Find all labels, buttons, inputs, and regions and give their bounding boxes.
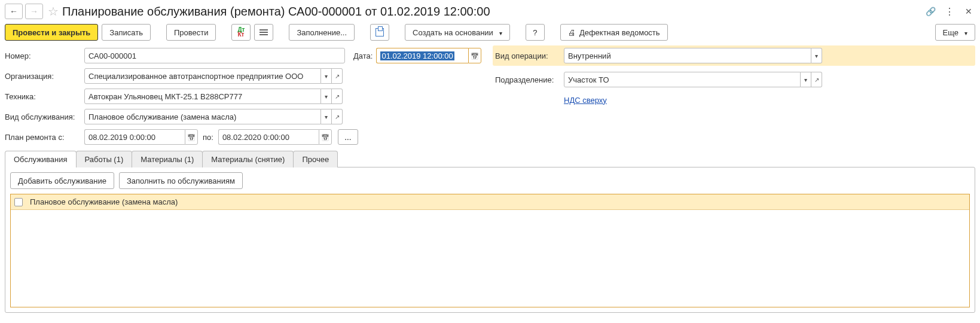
calendar-icon bbox=[471, 51, 479, 60]
service-type-dropdown-button[interactable] bbox=[321, 109, 332, 124]
org-label: Организация: bbox=[5, 72, 84, 81]
calendar-icon bbox=[187, 133, 196, 142]
date-label: Дата: bbox=[353, 51, 376, 60]
tab-service[interactable]: Обслуживания bbox=[5, 151, 77, 167]
post-and-close-button[interactable]: Провести и закрыть bbox=[5, 24, 98, 41]
add-service-button[interactable]: Добавить обслуживание bbox=[10, 172, 114, 189]
division-open-button[interactable] bbox=[811, 72, 822, 87]
plan-to-value: 08.02.2020 0:00:00 bbox=[222, 133, 289, 142]
org-value: Специализированное автотранспортное пред… bbox=[84, 68, 321, 84]
tech-label: Техника: bbox=[5, 92, 84, 101]
more-label: Еще bbox=[943, 28, 958, 37]
service-grid[interactable]: Плановое обслуживание (замена масла) bbox=[10, 194, 970, 307]
tab-works[interactable]: Работы (1) bbox=[76, 151, 133, 167]
more-button[interactable]: Еще bbox=[935, 24, 975, 41]
plan-to-label: по: bbox=[203, 133, 213, 142]
open-icon bbox=[814, 77, 819, 83]
org-combo[interactable]: Специализированное автотранспортное пред… bbox=[84, 68, 343, 84]
chevron-down-icon bbox=[815, 53, 818, 59]
close-button[interactable] bbox=[962, 5, 975, 18]
service-type-combo[interactable]: Плановое обслуживание (замена масла) bbox=[84, 109, 343, 124]
arrow-left-icon bbox=[10, 7, 18, 16]
plan-from-label: План ремонта с: bbox=[5, 133, 84, 142]
chevron-down-icon bbox=[325, 93, 328, 100]
date-value: 01.02.2019 12:00:00 bbox=[380, 51, 454, 60]
plan-from-field[interactable]: 08.02.2019 0:00:00 bbox=[84, 129, 198, 145]
row-checkbox[interactable] bbox=[14, 198, 23, 206]
print-icon bbox=[568, 28, 576, 37]
help-button[interactable]: ? bbox=[526, 24, 545, 41]
arrow-right-icon bbox=[30, 7, 38, 16]
tech-open-button[interactable] bbox=[332, 89, 343, 104]
number-input[interactable] bbox=[84, 48, 345, 63]
division-dropdown-button[interactable] bbox=[801, 72, 811, 87]
division-value: Участок ТО bbox=[564, 72, 801, 87]
list-icon bbox=[259, 28, 268, 36]
service-type-label: Вид обслуживания: bbox=[5, 112, 84, 121]
tab-toolbar: Добавить обслуживание Заполнить по обслу… bbox=[10, 172, 970, 189]
calendar-icon bbox=[321, 133, 329, 142]
open-icon bbox=[335, 114, 340, 120]
date-picker-button[interactable] bbox=[468, 48, 481, 63]
create-based-button[interactable]: Создать на основании bbox=[405, 24, 510, 41]
structure-icon bbox=[375, 28, 384, 36]
op-type-dropdown-button[interactable] bbox=[811, 48, 822, 63]
dtkt-button[interactable]: ДтКт bbox=[231, 24, 251, 41]
plan-from-picker-button[interactable] bbox=[185, 129, 198, 145]
defect-report-label: Дефектная ведомость bbox=[579, 28, 660, 37]
fill-menu-button[interactable]: Заполнение... bbox=[289, 24, 355, 41]
service-type-open-button[interactable] bbox=[332, 109, 343, 124]
tab-materials-rm[interactable]: Материалы (снятие) bbox=[202, 151, 294, 167]
org-dropdown-button[interactable] bbox=[321, 68, 332, 84]
op-type-combo[interactable]: Внутренний bbox=[564, 48, 822, 63]
chevron-down-icon bbox=[499, 28, 502, 37]
nav-forward-button[interactable] bbox=[25, 4, 43, 19]
open-icon bbox=[335, 73, 340, 80]
save-button[interactable]: Записать bbox=[102, 24, 151, 41]
plan-period-select-button[interactable]: ... bbox=[338, 129, 358, 145]
favorite-star-icon[interactable]: ☆ bbox=[48, 4, 59, 19]
tab-body: Добавить обслуживание Заполнить по обслу… bbox=[5, 167, 975, 313]
post-button[interactable]: Провести bbox=[166, 24, 216, 41]
command-toolbar: Провести и закрыть Записать Провести ДтК… bbox=[0, 22, 980, 45]
vertical-dots-icon bbox=[945, 6, 954, 17]
op-type-value: Внутренний bbox=[564, 48, 811, 63]
plan-from-value: 08.02.2019 0:00:00 bbox=[88, 133, 155, 142]
chevron-down-icon bbox=[325, 114, 328, 120]
fill-menu-label: Заполнение... bbox=[297, 28, 347, 37]
form-right-column: Вид операции: Внутренний Подразделение: … bbox=[495, 45, 975, 110]
chevron-down-icon bbox=[325, 73, 328, 80]
chevron-down-icon bbox=[964, 28, 967, 37]
date-field[interactable]: 01.02.2019 12:00:00 bbox=[376, 48, 481, 63]
create-based-label: Создать на основании bbox=[413, 28, 493, 37]
link-button[interactable] bbox=[924, 5, 937, 18]
page-title: Планирование обслуживания (ремонта) СА00… bbox=[62, 5, 490, 19]
vat-mode-link[interactable]: НДС сверху bbox=[564, 96, 607, 105]
defect-report-button[interactable]: Дефектная ведомость bbox=[560, 24, 668, 41]
open-icon bbox=[335, 93, 340, 100]
fill-by-service-button[interactable]: Заполнить по обслуживаниям bbox=[119, 172, 243, 189]
close-icon bbox=[965, 7, 972, 16]
tab-strip: Обслуживания Работы (1) Материалы (1) Ма… bbox=[5, 151, 975, 167]
number-label: Номер: bbox=[5, 51, 84, 60]
division-label: Подразделение: bbox=[495, 75, 564, 84]
division-combo[interactable]: Участок ТО bbox=[564, 72, 822, 87]
list-button[interactable] bbox=[254, 24, 273, 41]
more-menu-button[interactable] bbox=[943, 5, 956, 18]
plan-to-picker-button[interactable] bbox=[319, 129, 332, 145]
tech-combo[interactable]: Автокран Ульяновец МКТ-25.1 В288СР777 bbox=[84, 89, 343, 104]
dtkt-icon: ДтКт bbox=[237, 28, 245, 37]
plan-to-field[interactable]: 08.02.2020 0:00:00 bbox=[218, 129, 332, 145]
chevron-down-icon bbox=[804, 77, 807, 83]
structure-button[interactable] bbox=[370, 24, 389, 41]
link-icon bbox=[926, 7, 936, 16]
nav-back-button[interactable] bbox=[5, 4, 23, 19]
tech-dropdown-button[interactable] bbox=[321, 89, 332, 104]
org-open-button[interactable] bbox=[332, 68, 343, 84]
service-type-value: Плановое обслуживание (замена масла) bbox=[84, 109, 321, 124]
title-bar: ☆ Планирование обслуживания (ремонта) СА… bbox=[0, 0, 980, 22]
form-area: Номер: Дата: 01.02.2019 12:00:00 Организ… bbox=[0, 45, 980, 318]
tab-other[interactable]: Прочее bbox=[293, 151, 338, 167]
tab-materials[interactable]: Материалы (1) bbox=[132, 151, 203, 167]
grid-row[interactable]: Плановое обслуживание (замена масла) bbox=[11, 194, 969, 210]
